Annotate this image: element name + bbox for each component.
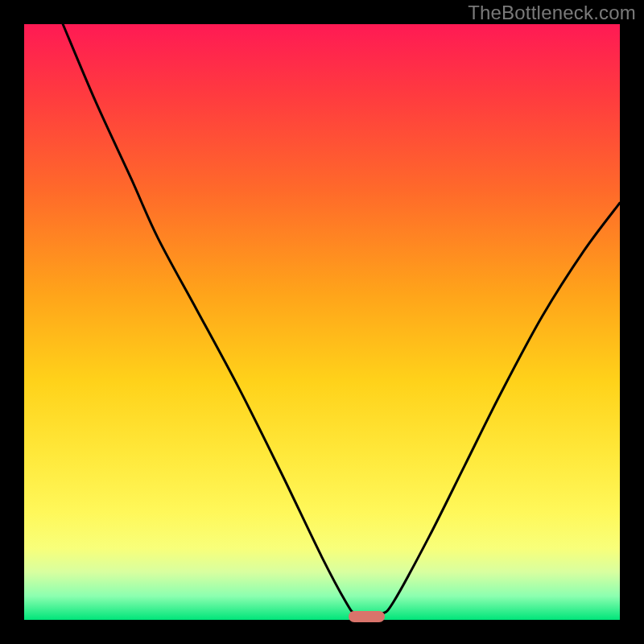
watermark-text: TheBottleneck.com — [468, 2, 636, 24]
apex-marker — [349, 611, 386, 621]
curve-path — [63, 24, 620, 617]
chart-frame: TheBottleneck.com — [0, 0, 644, 644]
plot-area — [24, 24, 620, 620]
bottleneck-curve — [24, 24, 620, 620]
